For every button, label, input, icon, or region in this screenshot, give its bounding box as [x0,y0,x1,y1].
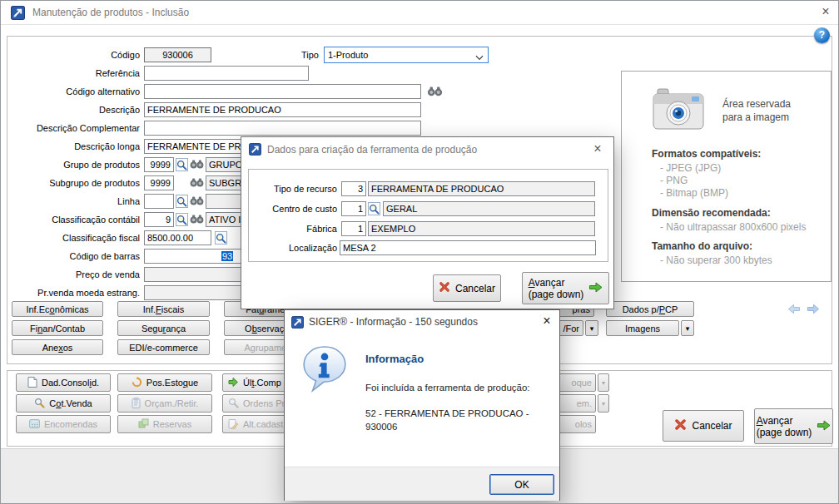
centro-custo-label: Centro de custo [248,201,337,216]
fabrica-code[interactable]: 1 [341,221,366,236]
linha-label: Linha [9,194,140,209]
pr-venda-moeda-label: Pr.venda moeda estrang. [9,285,140,300]
tab-imagens-dropdown[interactable]: ▾ [681,320,694,336]
classificacao-fiscal-label: Classificação fiscal [9,230,140,245]
app-icon [11,6,25,22]
dialog-title: SIGER® - Informação - 150 segundos [309,316,478,328]
binoculars-icon[interactable] [190,196,204,207]
tab-seguranca[interactable]: Segurança [117,320,210,336]
classificacao-contabil-code[interactable]: 9 [144,212,174,227]
fabrica-label: Fábrica [248,221,337,236]
help-icon[interactable]: ? [814,27,830,43]
import-arrow-icon [228,377,239,389]
binoculars-icon[interactable] [427,86,443,98]
binoculars-icon[interactable] [190,160,204,170]
tab-inf-economicas[interactable]: Inf.Econômicas [12,301,103,317]
nav-back-icon [787,303,801,317]
encomendas-button: Encomendas [16,415,111,433]
classificacao-fiscal-field[interactable]: 8500.00.00 [144,230,211,245]
dimension-item: - Não ultrapassar 800x600 pixels [660,221,806,233]
green-arrow-icon [588,281,603,296]
magnifier-icon [228,398,239,410]
lookup-icon[interactable] [176,213,188,226]
dialog-close-icon[interactable]: × [590,142,605,156]
format-item: - JPEG (JPG) [660,162,721,174]
linha-code[interactable] [144,194,174,209]
localizacao-field[interactable]: MESA 2 [340,240,596,255]
dialog-close-icon[interactable]: × [539,314,554,328]
grupo-produtos-code[interactable]: 9999 [144,157,174,172]
pos-estoque-button[interactable]: Pos.Estoque [117,373,212,392]
red-x-icon [439,281,450,295]
dad-consolid-button[interactable]: Dad.Consolid. [16,373,111,392]
tipo-selected-value: 1-Produto [328,50,368,60]
magnifier-icon [34,398,45,410]
chevron-down-icon [475,52,484,62]
selected-text: 93 [221,251,233,261]
window-title: Manutenção de produtos - Inclusão [32,7,189,18]
clipboard-icon [132,398,141,410]
boxes-icon [138,418,149,430]
referencia-field[interactable] [144,66,309,81]
window-close-icon[interactable]: × [818,5,833,18]
subgrupo-produtos-label: Subgrupo de produtos [9,175,140,190]
info-message-line3: 930006 [365,422,397,432]
tab-dados-cli-for-dropdown[interactable]: ▾ [585,320,598,336]
info-message-line2: 52 - FERRAMENTA DE PRODUCAO - [365,408,529,418]
tab-inf-fiscais[interactable]: Inf.Fiscais [117,301,210,317]
reservas-button: Reservas [117,415,212,433]
format-item: - Bitmap (BMP) [660,187,728,199]
centro-custo-code[interactable]: 1 [341,201,366,216]
codigo-field: 930006 [144,47,211,62]
dialog-cancel-button[interactable]: Cancelar [433,274,501,302]
tool-dialog: Dados para criação da ferramenta de prod… [241,136,614,309]
clipped-action-dropdown: ▾ [598,373,609,392]
cancel-button[interactable]: Cancelar [663,410,744,442]
tipo-select[interactable]: 1-Produto [324,47,489,63]
referencia-label: Referência [9,66,140,81]
localizacao-label: Localização [248,240,337,255]
lookup-icon[interactable] [176,158,188,171]
dialog-advance-button[interactable]: Avançar (page down) [522,272,609,304]
image-area-caption-line1: Área reservada [722,98,791,110]
dimension-heading: Dimensão recomendada: [652,207,771,219]
chevron-down-icon: ▾ [590,324,594,333]
binoculars-icon[interactable] [190,178,204,189]
ok-button[interactable]: OK [489,474,554,495]
descricao-complementar-field[interactable] [144,121,421,136]
preco-venda-label: Preço de venda [9,267,140,282]
format-item: - PNG [660,175,688,186]
codigo-barras-field[interactable]: 93 [144,249,252,264]
codigo-alternativo-field[interactable] [144,84,421,99]
tipo-label: Tipo [251,47,319,62]
edit-pencil-icon [228,418,239,431]
app-window: Manutenção de produtos - Inclusão × ? Có… [0,0,839,504]
fabrica-desc: EXEMPLO [368,221,595,236]
codigo-alternativo-label: Código alternativo [9,84,140,99]
tab-imagens[interactable]: Imagens [606,320,679,336]
lookup-icon[interactable] [176,195,188,208]
green-arrow-icon [817,419,831,434]
image-area-caption-line2: para a imagem [722,111,789,123]
tipo-recurso-code[interactable]: 3 [341,181,366,196]
refresh-icon [132,377,142,389]
info-dialog: SIGER® - Informação - 150 segundos × Inf… [284,309,560,501]
codigo-label: Código [9,47,140,62]
tipo-recurso-desc: FERRAMENTA DE PRODUCAO [368,181,595,196]
tab-anexos[interactable]: Anexos [12,339,103,355]
binoculars-icon[interactable] [190,215,204,225]
lookup-icon[interactable] [215,231,227,245]
tab-finan-contab[interactable]: Finan/Contab [12,320,103,336]
tab-dados-pcp[interactable]: Dados p/PCP [606,301,694,317]
document-icon [27,377,37,389]
descricao-field[interactable]: FERRAMENTE DE PRODUCAO [144,102,421,117]
advance-button[interactable]: Avançar (page down) [754,408,833,444]
orcam-retir-button: Orçam./Retir. [117,394,212,413]
formats-heading: Formatos compatíveis: [652,148,761,160]
nav-forward-icon [807,303,820,317]
cot-venda-button[interactable]: Cot.Venda [16,394,111,413]
subgrupo-produtos-code[interactable]: 9999 [144,175,174,190]
tab-edi-ecommerce[interactable]: EDI/e-commerce [117,339,210,355]
codigo-barras-label: Código de barras [9,249,140,264]
lookup-icon[interactable] [368,202,380,215]
